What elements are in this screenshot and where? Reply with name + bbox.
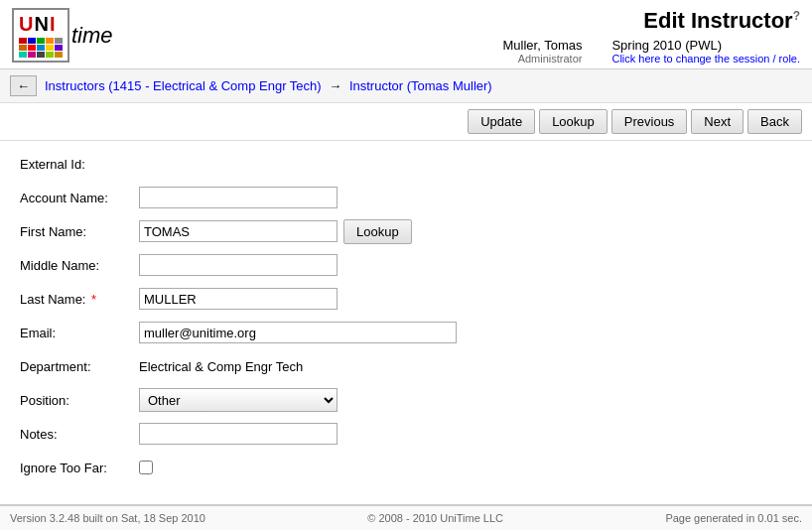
next-button-top[interactable]: Next: [691, 109, 744, 134]
last-name-row: Last Name: *: [20, 286, 792, 312]
lookup-name-button[interactable]: Lookup: [343, 219, 412, 244]
breadcrumb-bar: ← Instructors (1415 - Electrical & Comp …: [0, 69, 812, 103]
user-info: Muller, Tomas Administrator Spring 2010 …: [502, 38, 800, 65]
logo: UNI time: [12, 8, 113, 63]
last-name-label: Last Name: *: [20, 292, 139, 307]
middle-name-value-area: [139, 254, 792, 276]
back-arrow-button[interactable]: ←: [10, 75, 37, 96]
notes-value-area: [139, 423, 792, 445]
department-label: Department:: [20, 359, 139, 374]
department-value-area: Electrical & Comp Engr Tech: [139, 359, 792, 374]
middle-name-input[interactable]: [139, 254, 338, 276]
page-title: Edit Instructor?: [502, 8, 800, 34]
form-area: External Id: Account Name: First Name: L…: [0, 141, 812, 498]
first-name-input[interactable]: [139, 220, 338, 242]
session-label: Spring 2010 (PWL): [611, 38, 800, 53]
account-name-value-area: [139, 187, 792, 208]
user-role: Administrator: [502, 53, 582, 65]
external-id-label: External Id:: [20, 157, 139, 172]
department-row: Department: Electrical & Comp Engr Tech: [20, 353, 792, 379]
breadcrumb: Instructors (1415 - Electrical & Comp En…: [45, 78, 492, 93]
position-select[interactable]: Other Professor Associate Professor Assi…: [139, 388, 338, 412]
footer-copyright: © 2008 - 2010 UniTime LLC: [367, 512, 503, 524]
email-label: Email:: [20, 326, 139, 340]
lookup-button-top[interactable]: Lookup: [539, 109, 608, 134]
footer: Version 3.2.48 built on Sat, 18 Sep 2010…: [0, 504, 812, 530]
position-label: Position:: [20, 393, 139, 408]
middle-name-row: Middle Name:: [20, 252, 792, 278]
middle-name-label: Middle Name:: [20, 258, 139, 273]
email-value-area: [139, 322, 792, 343]
ignore-too-far-row: Ignore Too Far:: [20, 455, 792, 480]
external-id-row: External Id:: [20, 151, 792, 177]
previous-button-top[interactable]: Previous: [611, 109, 688, 134]
account-name-row: Account Name:: [20, 185, 792, 210]
first-name-row: First Name: Lookup: [20, 218, 792, 244]
toolbar-top: Update Lookup Previous Next Back: [0, 103, 812, 141]
user-name: Muller, Tomas: [502, 38, 582, 53]
last-name-value-area: [139, 288, 792, 310]
update-button-top[interactable]: Update: [468, 109, 535, 134]
notes-row: Notes:: [20, 421, 792, 447]
position-value-area: Other Professor Associate Professor Assi…: [139, 388, 792, 412]
email-row: Email:: [20, 320, 792, 345]
breadcrumb-arrow: →: [329, 78, 341, 93]
department-text: Electrical & Comp Engr Tech: [139, 359, 303, 374]
logo-area: UNI time: [12, 8, 113, 63]
notes-label: Notes:: [20, 427, 139, 442]
footer-version: Version 3.2.48 built on Sat, 18 Sep 2010: [10, 512, 205, 524]
last-name-input[interactable]: [139, 288, 338, 310]
required-star: *: [87, 292, 96, 307]
footer-generated: Page generated in 0.01 sec.: [665, 512, 802, 524]
session-info: Spring 2010 (PWL) Click here to change t…: [611, 38, 800, 65]
breadcrumb-instructor-link[interactable]: Instructor (Tomas Muller): [349, 78, 492, 93]
header: UNI time Edit Instructor? Muller, Tomas …: [0, 0, 812, 69]
notes-input[interactable]: [139, 423, 338, 445]
email-input[interactable]: [139, 322, 457, 343]
logo-grid: [19, 38, 63, 58]
first-name-value-area: Lookup: [139, 219, 792, 244]
breadcrumb-instructors-link[interactable]: Instructors (1415 - Electrical & Comp En…: [45, 78, 322, 93]
user-name-block: Muller, Tomas Administrator: [502, 38, 582, 65]
header-right: Edit Instructor? Muller, Tomas Administr…: [502, 8, 800, 65]
ignore-too-far-value-area: [139, 461, 792, 474]
back-button-top[interactable]: Back: [747, 109, 802, 134]
position-row: Position: Other Professor Associate Prof…: [20, 387, 792, 413]
account-name-label: Account Name:: [20, 191, 139, 205]
ignore-too-far-checkbox[interactable]: [139, 461, 153, 474]
logo-time-text: time: [71, 23, 113, 49]
ignore-too-far-label: Ignore Too Far:: [20, 461, 139, 475]
account-name-input[interactable]: [139, 187, 338, 208]
session-change-link[interactable]: Click here to change the session / role.: [611, 53, 800, 65]
first-name-label: First Name:: [20, 224, 139, 239]
logo-uni-text: UNI: [19, 13, 63, 36]
